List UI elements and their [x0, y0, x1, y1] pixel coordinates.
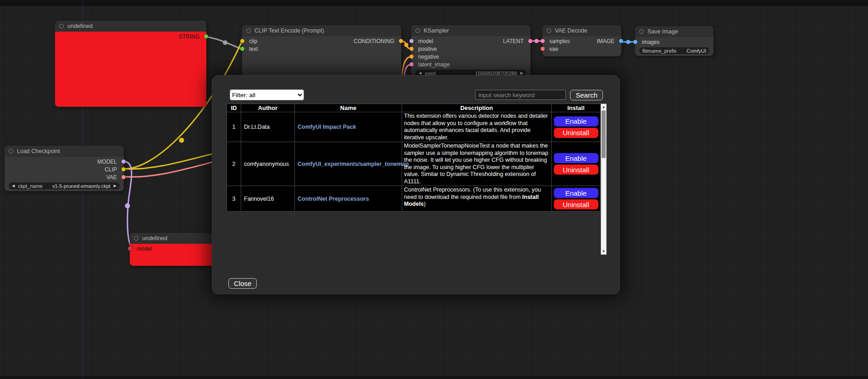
prev-arrow-icon[interactable]: ◀ — [12, 184, 15, 188]
header-author: Author — [241, 104, 295, 112]
extensions-table-container: ID Author Name Description Install 1 Dr.… — [227, 104, 607, 255]
collapse-dot[interactable] — [246, 28, 251, 33]
extension-link[interactable]: ControlNet Preprocessors — [298, 196, 369, 202]
close-button[interactable]: Close — [228, 278, 257, 289]
latent-image-input-port[interactable] — [409, 62, 414, 66]
enable-button[interactable]: Enable — [554, 153, 598, 163]
extension-description: This extension offers various detector n… — [402, 112, 552, 142]
header-name: Name — [295, 104, 402, 112]
node-title: KSampler — [424, 27, 449, 34]
input-label-vae: vae — [549, 46, 558, 52]
widget-label: ckpt_name — [18, 183, 43, 189]
node-load-checkpoint[interactable]: Load Checkpoint MODEL CLIP VAE ◀ ckpt_na… — [5, 146, 124, 191]
search-button[interactable]: Search — [570, 90, 603, 100]
extension-author: Fannovel16 — [241, 186, 295, 212]
uninstall-button[interactable]: Uninstall — [554, 128, 598, 138]
node-title: CLIP Text Encode (Prompt) — [254, 27, 324, 34]
table-scrollbar[interactable]: ▲ ▼ — [601, 104, 607, 255]
extension-description: ModelSamplerTonemapNoiseTest a node that… — [402, 142, 552, 186]
negative-input-port[interactable] — [409, 55, 414, 59]
clip-input-port[interactable] — [240, 39, 244, 43]
extension-author: comfyanonymous — [241, 142, 295, 186]
scrollbar-up-icon[interactable]: ▲ — [601, 104, 606, 110]
clip-output-port[interactable] — [122, 167, 126, 171]
positive-input-port[interactable] — [409, 47, 414, 51]
header-description: Description — [402, 104, 552, 112]
collapse-dot[interactable] — [415, 28, 420, 33]
model-input-port[interactable] — [409, 39, 414, 43]
input-label-model: model — [418, 38, 433, 44]
output-label-vae: VAE — [106, 174, 117, 181]
model-wire-reroute-dot — [125, 203, 130, 209]
latent-wire-dot — [535, 39, 539, 43]
conditioning-wire-dot — [404, 43, 409, 47]
node-body: images filename_prefix ComfyUI — [635, 37, 713, 56]
input-label-samples: samples — [549, 38, 570, 44]
node-title: VAE Decode — [555, 27, 587, 34]
decrement-arrow-icon[interactable]: ◀ — [419, 71, 421, 75]
input-label-images: images — [642, 39, 660, 45]
node-title: Load Checkpoint — [17, 148, 60, 154]
search-input[interactable] — [475, 90, 566, 100]
uninstall-button[interactable]: Uninstall — [554, 199, 598, 209]
collapse-dot[interactable] — [639, 29, 644, 34]
node-header: undefined — [55, 21, 206, 32]
extension-install-cell: Enable Uninstall — [552, 112, 601, 142]
collapse-dot[interactable] — [547, 28, 551, 33]
input-label-positive: positive — [418, 46, 437, 52]
vae-input-port[interactable] — [541, 47, 545, 51]
extension-row: 3 Fannovel16 ControlNet Preprocessors Co… — [227, 186, 601, 212]
collapse-dot[interactable] — [9, 149, 13, 154]
string-wire-dot — [223, 40, 227, 45]
extension-install-cell: Enable Uninstall — [552, 142, 601, 186]
model-input-port[interactable] — [128, 247, 132, 251]
node-body: MODEL CLIP VAE ◀ ckpt_name v1-5-pruned-e… — [5, 157, 124, 191]
vae-output-port[interactable] — [122, 175, 126, 179]
text-input-port[interactable] — [240, 47, 244, 51]
node-body: IMAGE samples vae — [542, 36, 621, 56]
widget-label: filename_prefix — [642, 48, 677, 54]
extension-link[interactable]: ComfyUI_experiments/sampler_tonemap — [298, 161, 409, 167]
ckpt-name-widget[interactable]: ◀ ckpt_name v1-5-pruned-emaonly.ckpt ▶ — [9, 182, 120, 189]
extension-row: 1 Dr.Lt.Data ComfyUI Impact Pack This ex… — [227, 112, 601, 142]
node-vae-decode[interactable]: VAE Decode IMAGE samples vae — [542, 25, 621, 56]
extension-id: 3 — [227, 186, 241, 212]
samples-input-port[interactable] — [541, 39, 545, 43]
filter-select[interactable]: Filter: all — [230, 89, 304, 100]
increment-arrow-icon[interactable]: ▶ — [520, 71, 523, 75]
image-wire-dot — [626, 40, 630, 44]
model-output-port[interactable] — [122, 159, 126, 164]
enable-button[interactable]: Enable — [554, 116, 598, 126]
extension-link[interactable]: ComfyUI Impact Pack — [298, 124, 356, 130]
extension-install-cell: Enable Uninstall — [552, 186, 601, 212]
scrollbar-thumb[interactable] — [602, 110, 606, 158]
node-header: Save Image — [635, 26, 713, 37]
filename-prefix-widget[interactable]: filename_prefix ComfyUI — [639, 47, 709, 54]
input-label-negative: negative — [418, 54, 439, 60]
extension-author: Dr.Lt.Data — [241, 112, 295, 142]
input-label-latent-image: latent_image — [418, 61, 450, 68]
images-input-port[interactable] — [633, 40, 637, 44]
widget-value: v1-5-pruned-emaonly.ckpt — [52, 183, 111, 189]
node-header: VAE Decode — [542, 25, 621, 36]
node-save-image[interactable]: Save Image images filename_prefix ComfyU… — [635, 26, 713, 56]
node-header: Load Checkpoint — [5, 146, 124, 157]
input-label-text: text — [249, 46, 258, 52]
enable-button[interactable]: Enable — [554, 188, 598, 198]
custom-nodes-manager-dialog: Filter: all Search ID Author Name Descri… — [212, 75, 620, 294]
header-id: ID — [227, 104, 241, 112]
table-header-row: ID Author Name Description Install — [227, 104, 601, 112]
uninstall-button[interactable]: Uninstall — [554, 165, 598, 175]
node-title: undefined — [142, 235, 167, 242]
node-ksampler[interactable]: KSampler LATENT model positive negative … — [411, 25, 531, 78]
scrollbar-down-icon[interactable]: ▼ — [601, 248, 606, 254]
node-undefined-top[interactable]: undefined STRING — [55, 21, 206, 107]
collapse-dot[interactable] — [59, 24, 64, 28]
clip-wire-reroute-dot — [179, 138, 184, 143]
collapse-dot[interactable] — [134, 236, 138, 241]
output-label-string: STRING — [179, 33, 199, 40]
extension-description: ControlNet Preprocessors. (To use this e… — [402, 186, 552, 212]
input-label-clip: clip — [249, 38, 257, 44]
next-arrow-icon[interactable]: ▶ — [114, 184, 116, 188]
string-output-port[interactable] — [204, 34, 208, 38]
